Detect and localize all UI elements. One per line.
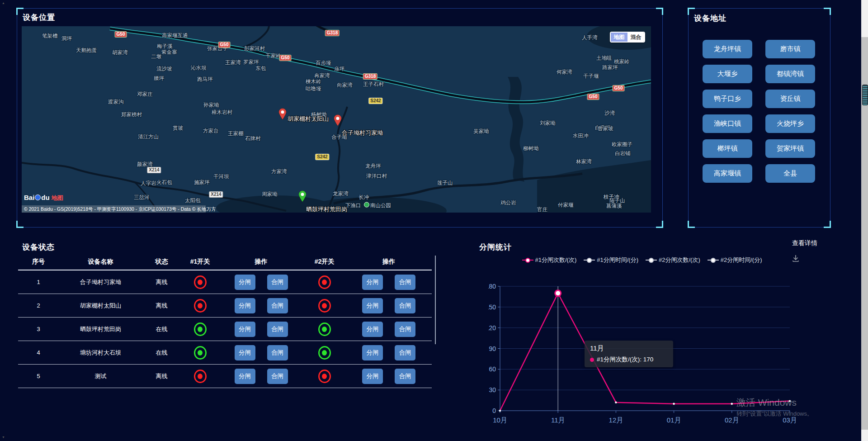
panel-title-device-address: 设备地址 — [694, 13, 726, 24]
switch-indicator — [318, 299, 331, 313]
road-badge: G318 — [363, 73, 377, 80]
svg-text:30: 30 — [489, 386, 496, 394]
close-switch-button[interactable]: 合闸 — [267, 275, 288, 290]
map-place-label: 楝木岭 — [306, 78, 321, 85]
road-badge: G50 — [587, 94, 599, 100]
open-switch-button[interactable]: 分闸 — [362, 298, 383, 313]
legend-item[interactable]: #2分闸次数/(次) — [646, 256, 700, 264]
close-switch-button[interactable]: 合闸 — [267, 322, 288, 337]
map-place-label: 洞坪 — [61, 35, 72, 42]
close-switch-button[interactable]: 合闸 — [395, 298, 415, 313]
address-button[interactable]: 火烧坪乡 — [765, 114, 815, 133]
map-place-label: 长冲 — [359, 194, 369, 201]
section-title-trip-stats: 分闸统计 — [479, 242, 512, 252]
map-place-label: 人手湾 — [582, 34, 598, 41]
map-pin[interactable] — [298, 189, 307, 205]
map-place-label: 林家湾 — [576, 158, 592, 165]
open-switch-button[interactable]: 分闸 — [362, 275, 383, 290]
map-place-label: 天鹅抱蛋 — [76, 47, 97, 54]
map-layer-button[interactable]: 地图 — [611, 33, 627, 42]
svg-text:180: 180 — [488, 283, 496, 290]
legend-item[interactable]: #1分闸次数/(次) — [522, 256, 577, 264]
download-icon[interactable] — [791, 254, 800, 265]
map-place-label: 菖蒲溪 — [606, 203, 622, 209]
row-number: 1 — [18, 279, 59, 285]
road-badge: G50 — [115, 31, 127, 38]
map-place-label: 津洋口村 — [366, 173, 387, 180]
map-place-label: 干河坝 — [213, 173, 229, 180]
map-place-label: 千子堰 — [583, 73, 599, 80]
map-place-label: 付家堰 — [558, 202, 574, 209]
windows-activation-watermark-sub: 转到“设置”以激活 Windows。 — [736, 410, 813, 418]
address-button[interactable]: 磨市镇 — [765, 40, 815, 58]
open-switch-button[interactable]: 分闸 — [235, 345, 255, 360]
table-scrollbar[interactable] — [435, 256, 436, 344]
map-layer-toggle[interactable]: 地图混合 — [610, 32, 645, 43]
close-switch-button[interactable]: 合闸 — [395, 345, 415, 360]
chart-legend: #1分闸次数/(次)#1分闸时间/(分)#2分闸次数/(次)#2分闸时间/(分) — [497, 256, 787, 264]
address-button[interactable]: 都镇湾镇 — [765, 65, 815, 83]
column-header: 设备名称 — [59, 258, 142, 266]
corner-decoration — [824, 8, 831, 15]
map-place-label: 施家坪 — [194, 179, 210, 186]
column-header: 操作 — [219, 258, 303, 266]
open-switch-button[interactable]: 分闸 — [235, 322, 255, 337]
legend-label: #2分闸次数/(次) — [659, 256, 700, 264]
map-canvas[interactable]: 笔架槽洞坪天鹅抱蛋胡家湾高家堰互通梅子溪紫金寨二墩流沙坡沁水坝腰坪跑马坪渡家沟邓… — [22, 26, 651, 213]
map-pin-label: 胡家棚村太阳山 — [288, 115, 329, 123]
map-place-label: 王子石村 — [363, 81, 384, 88]
address-button[interactable]: 鸭子口乡 — [703, 90, 752, 108]
close-switch-button[interactable]: 合闸 — [267, 369, 288, 384]
close-switch-button[interactable]: 合闸 — [395, 322, 415, 337]
scrollbar-down-arrow[interactable]: ▼ — [0, 436, 7, 439]
map-place-label: 三岔河 — [134, 194, 150, 201]
map-place-label: 路家坪 — [602, 64, 618, 71]
map-place-label: 吴家坳 — [473, 128, 489, 135]
corner-decoration — [16, 221, 24, 228]
open-switch-button[interactable]: 分闸 — [362, 345, 383, 360]
map-place-label: 刘家坳 — [540, 120, 556, 127]
open-switch-button[interactable]: 分闸 — [235, 298, 255, 313]
close-switch-button[interactable]: 合闸 — [267, 345, 288, 360]
legend-marker-icon — [584, 258, 595, 262]
close-switch-button[interactable]: 合闸 — [395, 275, 415, 290]
row-number: 3 — [18, 326, 59, 332]
map-place-label: 东包 — [255, 65, 266, 72]
address-button[interactable]: 渔峡口镇 — [703, 114, 752, 133]
scrollbar-thumb[interactable] — [862, 85, 868, 105]
map-place-label: 柳树坳 — [523, 145, 539, 152]
close-switch-button[interactable]: 合闸 — [395, 369, 415, 384]
map-pin[interactable] — [278, 108, 287, 122]
legend-item[interactable]: #2分闸时间/(分) — [708, 256, 762, 264]
view-details-link[interactable]: 查看详情 — [792, 239, 817, 247]
baidu-paw-icon — [35, 194, 41, 200]
address-button[interactable]: 全县 — [765, 164, 815, 183]
road-badge: G50 — [613, 85, 625, 91]
map-place-label: 跑马坪 — [197, 76, 213, 83]
map-place-label: 土地咀 — [596, 55, 612, 62]
map-layer-button[interactable]: 混合 — [627, 33, 644, 42]
address-button[interactable]: 资丘镇 — [765, 90, 815, 108]
open-switch-button[interactable]: 分闸 — [362, 369, 383, 384]
address-button[interactable]: 大堰乡 — [703, 65, 752, 83]
scrollbar-up-arrow[interactable]: ▲ — [0, 1, 7, 5]
map-place-label: 胡家湾 — [112, 49, 128, 56]
legend-item[interactable]: #1分闸时间/(分) — [584, 256, 638, 264]
close-switch-button[interactable]: 合闸 — [267, 298, 288, 313]
device-status-text: 离线 — [142, 278, 181, 286]
map-place-label: 王家湾 — [225, 59, 241, 66]
open-switch-button[interactable]: 分闸 — [235, 369, 255, 384]
tooltip-series-dot — [590, 358, 594, 362]
address-button[interactable]: 榔坪镇 — [703, 139, 752, 158]
address-button[interactable]: 龙舟坪镇 — [703, 40, 752, 58]
tooltip-value-text: #1分闸次数/(次): 170 — [597, 356, 653, 364]
map-place-label: 曾家坡 — [598, 125, 613, 132]
address-button[interactable]: 贺家坪镇 — [765, 139, 815, 158]
address-button[interactable]: 高家堰镇 — [703, 164, 752, 183]
map-pin[interactable] — [333, 114, 342, 128]
device-name: 胡家棚村太阳山 — [59, 302, 142, 310]
open-switch-button[interactable]: 分闸 — [235, 275, 255, 290]
switch-indicator — [194, 299, 207, 313]
svg-text:60: 60 — [489, 365, 496, 373]
open-switch-button[interactable]: 分闸 — [362, 322, 383, 337]
